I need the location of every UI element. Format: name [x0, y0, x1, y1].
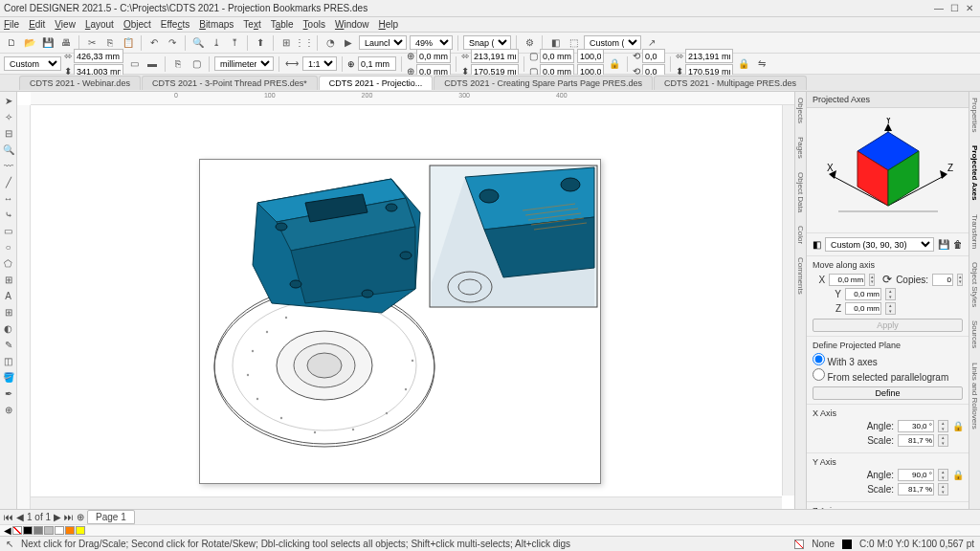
pc1-input[interactable]: [577, 49, 604, 63]
doc-tab-0[interactable]: CDTS 2021 - Webinar.des: [19, 76, 141, 90]
effect-tool-icon[interactable]: ◐: [2, 321, 15, 335]
snap-toggle-icon[interactable]: ⊞: [278, 35, 294, 51]
x-origin-input[interactable]: [416, 49, 451, 63]
doc-tab-1[interactable]: CDTS 2021 - 3-Point Thread PRES.des*: [142, 76, 318, 90]
custom-select[interactable]: Custom (…: [584, 35, 641, 50]
dock-transform[interactable]: Transform: [970, 214, 979, 249]
delete-preset-icon[interactable]: 🗑: [953, 239, 963, 250]
save-icon[interactable]: 💾: [40, 35, 56, 51]
page-preset-select[interactable]: Custom: [4, 56, 61, 71]
open-icon[interactable]: 📂: [22, 35, 37, 51]
page-tab[interactable]: Page 1: [87, 510, 135, 524]
ratio-select[interactable]: 1:1: [302, 56, 337, 71]
swatch-yellow[interactable]: [76, 526, 85, 535]
units-select[interactable]: millimeters: [214, 56, 274, 71]
rot1-input[interactable]: [642, 49, 665, 63]
dock-sources[interactable]: Sources: [970, 320, 979, 348]
axes-preset-select[interactable]: Custom (30, 90, 30): [825, 237, 934, 252]
rectangle-tool-icon[interactable]: ▭: [2, 224, 15, 237]
launch-select[interactable]: Launch: [359, 35, 407, 50]
lock-ratio-icon[interactable]: 🔒: [607, 56, 622, 72]
lock2-icon[interactable]: 🔒: [736, 56, 751, 72]
y-scale-input[interactable]: [898, 483, 934, 496]
shape-tool-icon[interactable]: ✧: [2, 110, 15, 123]
save-preset-icon[interactable]: 💾: [938, 239, 949, 250]
zoom-select[interactable]: 49%: [410, 35, 453, 50]
first-page-icon[interactable]: ⏮: [4, 512, 13, 522]
close-icon[interactable]: ✕: [963, 2, 976, 15]
publish-icon[interactable]: ⬆: [253, 35, 268, 51]
axes-cube-icon[interactable]: X Z Y: [821, 118, 955, 223]
sx2-input[interactable]: [685, 49, 733, 63]
dock-objects[interactable]: Objects: [796, 98, 805, 123]
landscape-icon[interactable]: ▬: [145, 56, 160, 72]
lock-icon[interactable]: 🔒: [952, 421, 963, 431]
spinner-icon[interactable]: ▴▾: [957, 274, 963, 286]
dock-properties[interactable]: Properties: [970, 98, 979, 132]
spinner-icon[interactable]: ▴▾: [869, 274, 875, 286]
menu-effects[interactable]: Effects: [161, 19, 189, 30]
menu-layout[interactable]: Layout: [85, 19, 114, 30]
line-tool-icon[interactable]: ╱: [2, 175, 15, 188]
dock-color[interactable]: Color: [796, 226, 805, 244]
portrait-icon[interactable]: ▭: [126, 56, 142, 72]
all-pages-icon[interactable]: ⎘: [170, 56, 186, 72]
ratio-icon[interactable]: ⟷: [284, 56, 300, 72]
fill-indicator-icon[interactable]: [794, 540, 804, 549]
obj-w-input[interactable]: [471, 49, 519, 63]
export-icon[interactable]: ⤒: [227, 35, 242, 51]
zoom-tool-icon[interactable]: 🔍: [2, 143, 15, 156]
y-angle-input[interactable]: [898, 469, 934, 481]
swatch-black[interactable]: [23, 526, 33, 535]
prev-page-icon[interactable]: ◀: [16, 512, 24, 522]
lock-icon[interactable]: 🔒: [952, 470, 963, 480]
flip-h-icon[interactable]: ⇋: [754, 56, 769, 72]
doc-tab-2[interactable]: CDTS 2021 - Projectio...: [319, 76, 434, 90]
text-tool-icon[interactable]: A: [2, 289, 15, 302]
spinner-icon[interactable]: ▴▾: [885, 302, 896, 315]
add-page-icon[interactable]: ⊕: [77, 512, 84, 522]
transparency-tool-icon[interactable]: ◫: [2, 354, 15, 367]
new-icon[interactable]: 🗋: [4, 35, 19, 51]
radio-with-3-axes[interactable]: With 3 axes: [813, 353, 963, 367]
dock-object-data[interactable]: Object Data: [796, 172, 805, 212]
nudge-input[interactable]: [358, 56, 396, 71]
swatch-none[interactable]: [12, 526, 22, 535]
callout-tool-icon[interactable]: ⤷: [2, 208, 15, 221]
freehand-tool-icon[interactable]: 〰: [2, 159, 15, 172]
outline-tool-icon[interactable]: ✒: [2, 386, 15, 400]
menu-tools[interactable]: Tools: [303, 19, 325, 30]
fill-tool-icon[interactable]: 🪣: [2, 370, 15, 384]
minimize-icon[interactable]: —: [932, 2, 946, 15]
menu-table[interactable]: Table: [271, 19, 294, 30]
ellipse-tool-icon[interactable]: ○: [2, 240, 15, 253]
menu-file[interactable]: File: [4, 19, 19, 30]
polygon-tool-icon[interactable]: ⬠: [2, 256, 15, 270]
move-y-input[interactable]: [845, 288, 881, 300]
menu-window[interactable]: Window: [335, 19, 369, 30]
x-scale-input[interactable]: [898, 434, 934, 447]
import-icon[interactable]: ⤓: [209, 35, 224, 51]
apply-button[interactable]: Apply: [813, 319, 963, 332]
next-page-icon[interactable]: ▶: [54, 512, 61, 522]
spinner-icon[interactable]: ▴▾: [885, 288, 896, 300]
eyedropper-tool-icon[interactable]: ✎: [2, 338, 15, 351]
define-button[interactable]: Define: [813, 386, 963, 400]
copies-input[interactable]: [932, 274, 953, 286]
dock-links[interactable]: Links and Rollovers: [970, 363, 979, 430]
menu-text[interactable]: Text: [243, 19, 260, 30]
menu-view[interactable]: View: [55, 19, 76, 30]
redo-icon[interactable]: ↷: [165, 35, 180, 51]
undo-icon[interactable]: ↶: [146, 35, 162, 51]
grid-tool-icon[interactable]: ⊞: [2, 273, 15, 286]
snap-select[interactable]: Snap (o: [463, 35, 511, 50]
move-z-input[interactable]: [845, 302, 881, 315]
radio-from-parallelogram[interactable]: From selected parallelogram: [813, 368, 963, 383]
crop-tool-icon[interactable]: ⊟: [2, 126, 15, 140]
table-tool-icon[interactable]: ⊞: [2, 305, 15, 319]
maximize-icon[interactable]: ☐: [947, 2, 961, 15]
canvas[interactable]: 0 100 200 300 400: [17, 92, 794, 509]
search-icon[interactable]: 🔍: [190, 35, 206, 51]
page-width-input[interactable]: [74, 49, 123, 63]
last-page-icon[interactable]: ⏭: [64, 512, 74, 522]
